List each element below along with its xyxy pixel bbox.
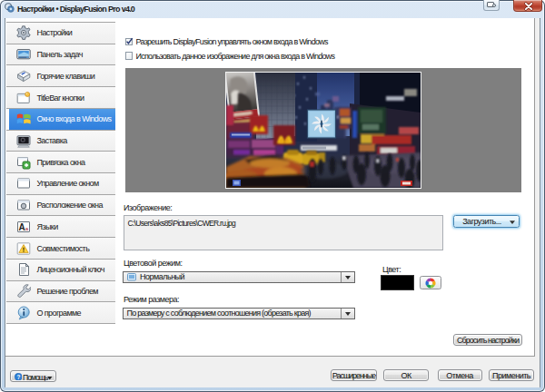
svg-text:?: ? (16, 373, 20, 379)
svg-text:A: A (18, 221, 25, 231)
